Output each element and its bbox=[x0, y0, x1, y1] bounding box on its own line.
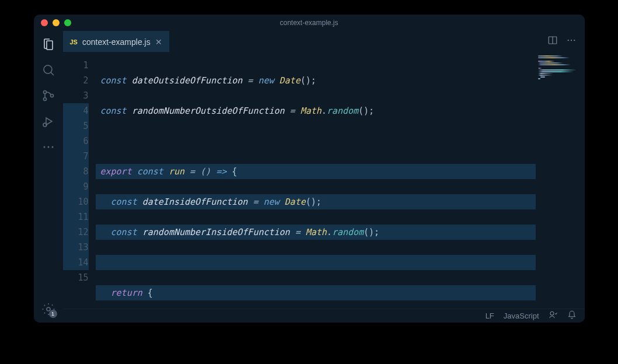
settings-icon[interactable]: 1 bbox=[41, 302, 56, 317]
status-eol[interactable]: LF bbox=[486, 312, 494, 320]
traffic-lights bbox=[41, 19, 71, 26]
more-icon[interactable] bbox=[41, 139, 56, 155]
minimize-window-button[interactable] bbox=[53, 19, 60, 26]
svg-point-1 bbox=[43, 91, 46, 94]
tab-active[interactable]: JS context-example.js ✕ bbox=[63, 31, 169, 52]
svg-point-5 bbox=[43, 146, 45, 148]
svg-point-11 bbox=[570, 40, 571, 41]
tab-label: context-example.js bbox=[82, 37, 151, 47]
svg-point-3 bbox=[50, 94, 53, 97]
debug-icon[interactable] bbox=[41, 114, 56, 129]
titlebar: context-example.js bbox=[34, 15, 585, 31]
line-number: 11 bbox=[63, 209, 89, 225]
editor-body: 1 JS context-example.js ✕ 12345678910111… bbox=[34, 31, 585, 323]
line-number: 3 bbox=[63, 88, 89, 103]
line-number: 6 bbox=[63, 134, 89, 149]
minimap[interactable] bbox=[536, 52, 585, 309]
maximize-window-button[interactable] bbox=[64, 19, 71, 26]
tabs-row: JS context-example.js ✕ bbox=[63, 31, 585, 52]
split-editor-icon[interactable] bbox=[547, 35, 558, 48]
line-number: 7 bbox=[63, 149, 89, 164]
line-number: 12 bbox=[63, 225, 89, 240]
line-number: 1 bbox=[63, 58, 89, 73]
editor-window: context-example.js 1 bbox=[34, 15, 585, 323]
js-file-icon: JS bbox=[70, 38, 78, 46]
svg-point-8 bbox=[47, 307, 50, 311]
tab-actions bbox=[547, 35, 585, 48]
more-actions-icon[interactable] bbox=[566, 35, 577, 48]
line-number: 10 bbox=[63, 194, 89, 209]
svg-point-10 bbox=[567, 40, 568, 41]
editor[interactable]: 123456789101112131415 const dateOutsideO… bbox=[63, 52, 585, 309]
source-control-icon[interactable] bbox=[41, 88, 56, 103]
code-area[interactable]: const dateOutsideOfFunction = new Date()… bbox=[96, 52, 536, 309]
feedback-icon[interactable] bbox=[549, 310, 558, 321]
svg-point-2 bbox=[43, 98, 46, 101]
statusbar: LF JavaScript bbox=[63, 309, 585, 323]
window-title: context-example.js bbox=[280, 19, 338, 27]
close-window-button[interactable] bbox=[41, 19, 48, 26]
line-number: 9 bbox=[63, 179, 89, 194]
svg-point-7 bbox=[51, 146, 53, 148]
line-number: 13 bbox=[63, 240, 89, 255]
explorer-icon[interactable] bbox=[41, 37, 56, 52]
settings-badge: 1 bbox=[49, 310, 57, 318]
line-number: 15 bbox=[63, 270, 89, 285]
close-tab-icon[interactable]: ✕ bbox=[155, 37, 162, 47]
line-number: 14 bbox=[63, 255, 89, 270]
svg-point-12 bbox=[574, 40, 575, 41]
main-area: JS context-example.js ✕ 1234567891011121… bbox=[63, 31, 585, 323]
svg-point-6 bbox=[47, 146, 49, 148]
svg-point-0 bbox=[44, 65, 52, 74]
line-number: 2 bbox=[63, 73, 89, 88]
line-number: 4 bbox=[63, 103, 89, 118]
line-number: 5 bbox=[63, 118, 89, 134]
line-gutter: 123456789101112131415 bbox=[63, 52, 96, 309]
svg-point-13 bbox=[550, 312, 554, 315]
notifications-icon[interactable] bbox=[567, 310, 577, 321]
search-icon[interactable] bbox=[41, 62, 56, 78]
status-language[interactable]: JavaScript bbox=[504, 312, 539, 320]
line-number: 8 bbox=[63, 164, 89, 179]
activity-bar: 1 bbox=[34, 31, 63, 323]
